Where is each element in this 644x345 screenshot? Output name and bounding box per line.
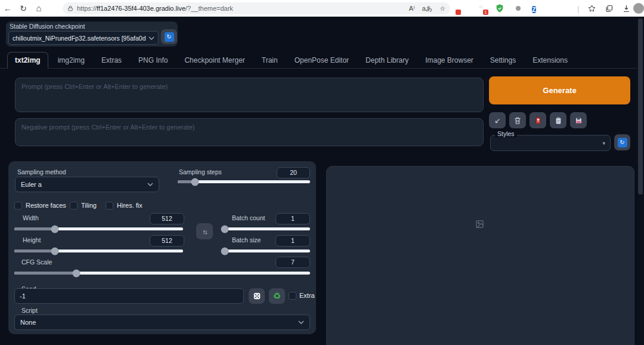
extensions-row: 1 Z bbox=[458, 0, 560, 17]
batch-count-number[interactable]: 1 bbox=[275, 213, 310, 224]
save-style-button[interactable] bbox=[570, 112, 587, 128]
extension-dark-icon[interactable]: 1 bbox=[476, 4, 486, 13]
downloads-icon[interactable] bbox=[622, 4, 631, 13]
scrollbar-thumb[interactable] bbox=[638, 19, 643, 195]
width-slider[interactable] bbox=[14, 227, 183, 230]
tab-train[interactable]: Train bbox=[255, 53, 285, 68]
extension-crescent-icon[interactable] bbox=[550, 4, 560, 13]
swap-arrows-icon: ↑↓ bbox=[203, 228, 207, 235]
chevron-down-icon bbox=[148, 36, 154, 40]
z-letter-icon: Z bbox=[532, 6, 536, 13]
checkpoint-refresh-button[interactable]: ↻ bbox=[161, 29, 177, 44]
prompt-tools-row: ↙ bbox=[489, 112, 587, 128]
tab-img2img[interactable]: img2img bbox=[51, 53, 92, 68]
tab-extras[interactable]: Extras bbox=[94, 53, 129, 68]
tab-txt2img[interactable]: txt2img bbox=[7, 52, 48, 69]
caret-down-icon: ▾ bbox=[602, 140, 605, 146]
dice-icon bbox=[253, 292, 261, 300]
height-number[interactable]: 512 bbox=[150, 235, 184, 247]
refresh-icon: ↻ bbox=[618, 138, 627, 147]
extension-shield-icon[interactable] bbox=[495, 4, 504, 13]
shield-icon bbox=[495, 4, 504, 13]
flower-card-icon bbox=[534, 116, 542, 125]
reuse-seed-button[interactable]: ♻ bbox=[269, 288, 285, 304]
checkpoint-block: Stable Diffusion checkpoint chilloutmix_… bbox=[6, 21, 178, 47]
random-seed-button[interactable] bbox=[249, 288, 265, 304]
extra-networks-button[interactable] bbox=[530, 112, 546, 128]
seed-input[interactable] bbox=[14, 288, 244, 304]
tab-checkpoint-merger[interactable]: Checkpoint Merger bbox=[177, 53, 252, 68]
batch-count-label: Batch count bbox=[232, 214, 265, 221]
floppy-save-icon bbox=[575, 116, 583, 125]
sampling-method-value: Euler a bbox=[21, 181, 147, 188]
copy-tabs-icon[interactable] bbox=[605, 4, 614, 13]
slider-handle[interactable] bbox=[221, 247, 229, 255]
prompt-input[interactable] bbox=[15, 78, 484, 112]
slider-handle[interactable] bbox=[51, 247, 58, 255]
batch-size-number[interactable]: 1 bbox=[275, 235, 310, 247]
hires-fix-label: Hires. fix bbox=[117, 202, 143, 209]
profile-avatar[interactable] bbox=[633, 3, 644, 14]
reload-icon[interactable]: ↻ bbox=[16, 4, 31, 13]
slider-handle[interactable] bbox=[191, 178, 199, 186]
height-slider[interactable] bbox=[14, 249, 183, 252]
script-label: Script bbox=[21, 307, 38, 314]
tiling-label: Tiling bbox=[81, 202, 97, 209]
hires-fix-checkbox[interactable] bbox=[106, 202, 113, 210]
checkpoint-dropdown[interactable]: chilloutmix_NiPrunedFp32.safetensors [95… bbox=[8, 31, 159, 45]
back-icon[interactable]: ← bbox=[0, 4, 16, 13]
swap-dimensions-button[interactable]: ↑↓ bbox=[196, 223, 213, 239]
sampling-method-dropdown[interactable]: Euler a bbox=[15, 177, 159, 192]
batch-size-label: Batch size bbox=[232, 236, 261, 244]
read-aloud-icon[interactable]: A⁾ bbox=[409, 5, 415, 13]
sampling-method-label: Sampling method bbox=[17, 168, 66, 175]
slider-handle[interactable] bbox=[73, 269, 80, 277]
main-tabs: txt2img img2img Extras PNG Info Checkpoi… bbox=[0, 51, 644, 69]
clipboard-icon bbox=[555, 116, 562, 125]
extension-black-icon[interactable] bbox=[513, 4, 523, 13]
sampling-steps-slider[interactable] bbox=[178, 180, 310, 183]
restore-faces-checkbox[interactable] bbox=[14, 202, 22, 210]
apply-style-button[interactable] bbox=[550, 112, 566, 128]
translate-icon[interactable]: aあ bbox=[422, 4, 432, 13]
home-icon[interactable]: ⌂ bbox=[31, 3, 47, 13]
tab-extensions[interactable]: Extensions bbox=[525, 53, 575, 68]
tab-openpose-editor[interactable]: OpenPose Editor bbox=[287, 53, 356, 68]
batch-size-slider[interactable] bbox=[225, 249, 310, 252]
height-label: Height bbox=[23, 236, 41, 244]
tab-image-browser[interactable]: Image Browser bbox=[418, 53, 481, 68]
paste-params-button[interactable]: ↙ bbox=[489, 112, 506, 128]
favorite-star-icon[interactable]: ☆ bbox=[439, 5, 445, 13]
script-dropdown[interactable]: None bbox=[14, 315, 310, 330]
arrow-down-left-icon: ↙ bbox=[494, 116, 500, 125]
tab-png-info[interactable]: PNG Info bbox=[131, 53, 175, 68]
cfg-scale-number[interactable]: 7 bbox=[275, 257, 310, 268]
collections-icon[interactable] bbox=[587, 4, 596, 13]
styles-dropdown[interactable]: ▾ bbox=[490, 135, 611, 151]
lock-icon bbox=[67, 5, 73, 12]
tiling-checkbox[interactable] bbox=[70, 202, 78, 210]
extra-seed-label: Extra bbox=[299, 292, 315, 299]
extension-green-icon[interactable] bbox=[458, 4, 467, 13]
tab-depth-library[interactable]: Depth Library bbox=[358, 53, 416, 68]
recycle-icon: ♻ bbox=[273, 291, 281, 301]
image-placeholder-icon bbox=[475, 220, 484, 229]
clear-prompt-button[interactable] bbox=[509, 112, 526, 128]
batch-count-slider[interactable] bbox=[225, 227, 310, 230]
sampling-steps-label: Sampling steps bbox=[179, 168, 222, 175]
toolbar-divider: | bbox=[577, 4, 579, 13]
styles-refresh-button[interactable]: ↻ bbox=[614, 134, 630, 150]
slider-handle[interactable] bbox=[221, 225, 229, 233]
extra-seed-checkbox[interactable] bbox=[289, 292, 296, 300]
address-bar[interactable]: https://ff1a2476-35f4-403e.gradio.live/?… bbox=[63, 2, 450, 14]
checkpoint-value: chilloutmix_NiPrunedFp32.safetensors [95… bbox=[13, 35, 146, 42]
negative-prompt-input[interactable] bbox=[15, 118, 484, 146]
extension-blue-z-icon[interactable]: Z bbox=[532, 4, 541, 13]
cfg-scale-slider[interactable] bbox=[14, 272, 310, 275]
tab-settings[interactable]: Settings bbox=[483, 53, 523, 68]
slider-handle[interactable] bbox=[51, 225, 58, 233]
sampling-steps-number[interactable]: 20 bbox=[277, 167, 310, 178]
script-value: None bbox=[20, 319, 298, 326]
generate-button[interactable]: Generate bbox=[489, 76, 630, 104]
width-number[interactable]: 512 bbox=[150, 213, 184, 224]
